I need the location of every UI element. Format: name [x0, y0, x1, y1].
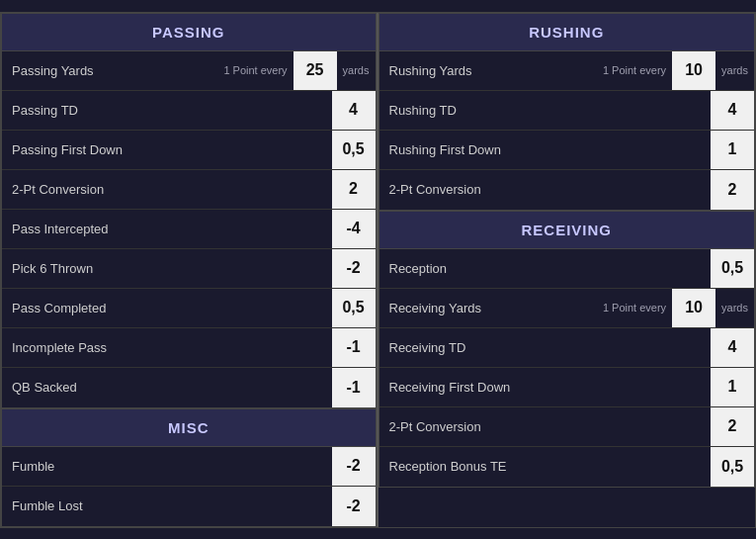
rushing-header: RUSHING	[379, 14, 755, 51]
receiving-header: RECEIVING	[379, 212, 755, 249]
row-label: Pass Completed	[2, 293, 332, 323]
table-row: Reception0,5	[379, 249, 755, 289]
table-row: Pick 6 Thrown-2	[2, 249, 376, 289]
row-unit: yards	[337, 64, 376, 76]
row-value: 2	[332, 170, 376, 209]
table-row: 2-Pt Conversion2	[379, 407, 755, 447]
row-value: 1	[711, 131, 754, 169]
scoring-settings: PASSING Passing Yards1 Point every25yard…	[0, 12, 756, 528]
table-row: Receiving TD4	[379, 328, 755, 368]
right-column: RUSHING Rushing Yards1 Point every10yard…	[378, 13, 756, 527]
receiving-section: RECEIVING Reception0,5Receiving Yards1 P…	[378, 211, 756, 488]
row-value: 25	[294, 51, 337, 90]
row-value: -1	[332, 328, 376, 367]
row-label: Passing Yards	[2, 55, 217, 86]
table-row: Fumble Lost-2	[2, 487, 376, 526]
row-value: 1	[711, 368, 754, 406]
left-column: PASSING Passing Yards1 Point every25yard…	[1, 13, 378, 527]
row-value: 0,5	[332, 131, 376, 169]
row-label: Rushing Yards	[379, 55, 597, 86]
misc-header: MISC	[2, 409, 376, 447]
row-unit: yards	[715, 64, 754, 76]
table-row: Incomplete Pass-1	[2, 328, 376, 368]
row-value: 4	[711, 328, 754, 367]
table-row: Fumble-2	[2, 447, 376, 487]
row-value: -2	[332, 447, 376, 486]
row-label: Incomplete Pass	[2, 332, 332, 363]
table-row: Passing Yards1 Point every25yards	[2, 51, 376, 91]
row-value: 2	[711, 407, 754, 446]
row-label: Rushing First Down	[379, 135, 712, 165]
row-value: 10	[672, 289, 715, 327]
table-row: 2-Pt Conversion2	[379, 170, 755, 210]
row-label: Fumble	[2, 451, 332, 482]
row-label: 2-Pt Conversion	[379, 174, 712, 205]
table-row: Pass Completed0,5	[2, 289, 376, 328]
row-label: Receiving First Down	[379, 372, 712, 403]
table-row: Rushing TD4	[379, 91, 755, 131]
row-value: 4	[332, 91, 376, 130]
row-label: Receiving Yards	[379, 293, 597, 323]
row-label: QB Sacked	[2, 372, 332, 403]
table-row: 2-Pt Conversion2	[2, 170, 376, 210]
table-row: Receiving Yards1 Point every10yards	[379, 289, 755, 328]
row-label: Pick 6 Thrown	[2, 253, 332, 284]
row-sublabel: 1 Point every	[217, 64, 293, 76]
row-value: -1	[332, 368, 376, 407]
passing-header: PASSING	[2, 14, 376, 51]
table-row: Passing First Down0,5	[2, 131, 376, 170]
table-row: Rushing First Down1	[379, 131, 755, 170]
row-label: Passing First Down	[2, 135, 332, 165]
row-label: 2-Pt Conversion	[379, 411, 712, 442]
row-sublabel: 1 Point every	[597, 302, 672, 314]
row-label: Pass Intercepted	[2, 214, 332, 244]
row-value: 0,5	[711, 447, 754, 487]
row-value: 0,5	[332, 289, 376, 327]
row-value: -2	[332, 249, 376, 288]
row-label: Receiving TD	[379, 332, 712, 363]
passing-section: PASSING Passing Yards1 Point every25yard…	[1, 13, 377, 408]
row-value: 4	[711, 91, 754, 130]
table-row: Reception Bonus TE0,5	[379, 447, 755, 487]
row-label: Reception Bonus TE	[379, 451, 712, 482]
row-label: Fumble Lost	[2, 491, 332, 521]
row-value: 0,5	[711, 249, 754, 288]
row-value: -4	[332, 210, 376, 248]
row-label: Rushing TD	[379, 95, 712, 126]
table-row: Rushing Yards1 Point every10yards	[379, 51, 755, 91]
row-label: Reception	[379, 253, 712, 284]
rushing-section: RUSHING Rushing Yards1 Point every10yard…	[378, 13, 756, 211]
table-row: Receiving First Down1	[379, 368, 755, 407]
row-sublabel: 1 Point every	[597, 64, 672, 76]
table-row: Pass Intercepted-4	[2, 210, 376, 249]
row-label: 2-Pt Conversion	[2, 174, 332, 205]
row-value: -2	[332, 487, 376, 526]
table-row: QB Sacked-1	[2, 368, 376, 407]
row-value: 10	[672, 51, 715, 90]
row-value: 2	[711, 170, 754, 210]
misc-section: MISC Fumble-2Fumble Lost-2	[1, 408, 377, 527]
row-unit: yards	[715, 302, 754, 314]
table-row: Passing TD4	[2, 91, 376, 131]
row-label: Passing TD	[2, 95, 332, 126]
